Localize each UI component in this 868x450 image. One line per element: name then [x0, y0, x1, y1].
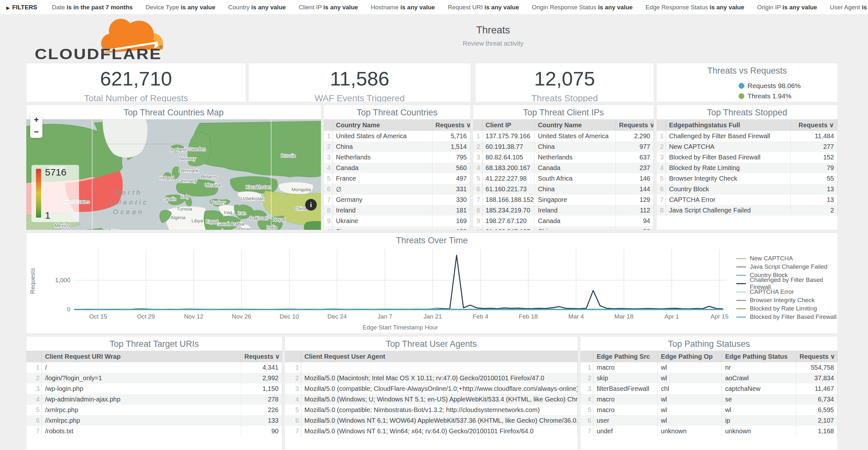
table-row[interactable]: 7188.166.188.152Singapore129	[473, 194, 654, 205]
table-row[interactable]: 1United States of America5,716	[324, 131, 470, 142]
table-row[interactable]: 9198.27.67.120Canada94	[473, 216, 654, 226]
table-row[interactable]: 3Netherlands795	[324, 152, 470, 163]
table-row[interactable]: 6Country Block13	[657, 184, 837, 194]
column-header[interactable]: Edge Pathing Status	[722, 351, 796, 362]
table-row[interactable]: 2Mozilla/5.0 (Macintosh; Intel Mac OS X …	[285, 373, 578, 384]
table-row[interactable]: 3/wp-login.php1,150	[26, 384, 282, 394]
table-row[interactable]: 2skipwlaoCrawl37,834	[581, 373, 837, 384]
table-row[interactable]: 1macrowlnr554,758	[581, 362, 837, 373]
table-row[interactable]: 661.160.221.73China144	[473, 184, 654, 194]
table-row[interactable]: 1137.175.79.166United States of America2…	[473, 131, 654, 142]
table-row[interactable]: 4Mozilla/5.0 (Windows; U; Windows NT 5.1…	[285, 394, 578, 405]
table-row[interactable]: 4Blocked by Rate Limiting79	[657, 163, 837, 173]
table-row[interactable]: 3Mozilla/5.0 (compatible; CloudFlare-Alw…	[285, 384, 578, 394]
table-row[interactable]: 1Challenged by Filter Based Firewall11,4…	[657, 131, 837, 142]
top-threats-stopped-table[interactable]: Edgepathingstatus FullRequests ∨1Challen…	[657, 119, 837, 216]
filter-item[interactable]: Date is in the past 7 months	[52, 4, 133, 10]
table-row[interactable]: 2/login/?login_only=12,992	[26, 373, 282, 384]
top-threat-target-uris-table[interactable]: Client Request URI WrapRequests ∨1/4,341…	[26, 351, 282, 437]
top-threat-user-agents-table[interactable]: Client Request User Agent12Mozilla/5.0 (…	[285, 351, 578, 437]
filters-toggle[interactable]: ▶FILTERS	[6, 4, 37, 11]
column-header[interactable]	[657, 119, 665, 131]
column-header[interactable]	[324, 119, 333, 131]
filter-item[interactable]: Client IP is any value	[299, 4, 358, 10]
table-row[interactable]: 2China1,514	[324, 142, 470, 152]
column-header[interactable]: Country Name	[333, 119, 432, 131]
column-header[interactable]: Client IP	[482, 119, 534, 131]
column-header[interactable]	[581, 351, 593, 362]
table-row[interactable]: 468.183.200.167Canada237	[473, 163, 654, 173]
legend-item[interactable]: New CAPTCHA	[736, 254, 837, 263]
table-row[interactable]: 5macrowlwl6,595	[581, 405, 837, 415]
svg-text:Apr 1: Apr 1	[664, 313, 679, 320]
table-row[interactable]: 7Germany330	[324, 194, 470, 205]
table-row[interactable]: 7Mozilla/5.0 (Windows NT 6.1; Win64; x64…	[285, 426, 578, 437]
table-row[interactable]: 4Canada560	[324, 163, 470, 173]
table-row[interactable]: 1/4,341	[26, 362, 282, 373]
table-row[interactable]: 3filterBasedFirewallchlcaptchaNew11,467	[581, 384, 837, 394]
table-row[interactable]: 7/robots.txt90	[26, 426, 282, 437]
legend-item[interactable]: Requests 98.06%	[739, 82, 801, 90]
table-row[interactable]: 5France497	[324, 173, 470, 184]
column-header[interactable]	[26, 351, 42, 362]
table-row[interactable]: 6//xmlrpc.php133	[26, 415, 282, 426]
filter-item[interactable]: Country is any value	[228, 4, 286, 10]
table-row[interactable]: 5/xmlrpc.php226	[26, 405, 282, 415]
filter-item[interactable]: User Agent is any value	[830, 4, 868, 10]
table-row[interactable]: 9Ukraine169	[324, 216, 470, 226]
table-row[interactable]: 6∅331	[324, 184, 470, 194]
column-header[interactable]: Country Name	[534, 119, 616, 131]
column-header[interactable]: Client Request User Agent	[301, 351, 577, 362]
column-header[interactable]: Requests ∨	[616, 119, 654, 131]
top-threat-client-ips-table[interactable]: Client IPCountry NameRequests ∨1137.175.…	[473, 119, 654, 230]
table-row[interactable]: 8185.234.219.70Ireland112	[473, 205, 654, 216]
table-row[interactable]: 5Mozilla/5.0 (compatible; Nimbostratus-B…	[285, 405, 578, 415]
column-header[interactable]: Edge Pathing Op	[658, 351, 722, 362]
filter-item[interactable]: Origin IP is any value	[757, 4, 817, 10]
column-header[interactable]: Requests ∨	[432, 119, 470, 131]
column-header[interactable]: Requests ∨	[790, 119, 837, 131]
table-row[interactable]: 7undefunknownunknown1,168	[581, 426, 837, 437]
table-row[interactable]: 8Ireland181	[324, 205, 470, 216]
legend-item[interactable]: Blocked by Filter Based Firewall	[736, 313, 837, 321]
legend-item[interactable]: Blocked by Rate Limiting	[736, 304, 837, 313]
legend-item[interactable]: Threats 1.94%	[739, 92, 801, 100]
column-header[interactable]	[285, 351, 301, 362]
column-header[interactable]	[473, 119, 482, 131]
filter-item[interactable]: Request URI is any value	[448, 4, 519, 10]
table-row[interactable]: 10Singapore158	[324, 226, 470, 230]
column-header[interactable]: Requests ∨	[241, 351, 282, 362]
column-header[interactable]: Client Request URI Wrap	[42, 351, 241, 362]
table-row[interactable]: 3Blocked by Filter Based Firewall152	[657, 152, 837, 163]
table-row[interactable]: 8Java Script Challenge Failed2	[657, 205, 837, 216]
threats-over-time-chart[interactable]: 01,000RequestsOct 15Oct 29Nov 12Nov 26De…	[26, 247, 838, 334]
column-header[interactable]: Edgepathingstatus Full	[665, 119, 790, 131]
filter-item[interactable]: Device Type is any value	[146, 4, 215, 10]
table-row[interactable]: 4macrowlse6,734	[581, 394, 837, 405]
legend-item[interactable]: Browser Integrity Check	[736, 296, 837, 304]
table-row[interactable]: 2New CAPTCHA277	[657, 142, 837, 152]
legend-item[interactable]: Java Script Challenge Failed	[736, 263, 837, 271]
table-row[interactable]: 1061.160.247.127China88	[473, 226, 654, 230]
filter-item[interactable]: Origin Response Status is any value	[532, 4, 633, 10]
table-row[interactable]: 1	[285, 362, 578, 373]
table-row[interactable]: 260.191.38.77China977	[473, 142, 654, 152]
table-row[interactable]: 4/wp-admin/admin-ajax.php278	[26, 394, 282, 405]
map-country-label: Germany	[177, 178, 197, 183]
filter-item[interactable]: Edge Response Status is any value	[645, 4, 744, 10]
legend-item[interactable]: Challenged by Filter Based Firewall	[736, 279, 837, 288]
filter-item[interactable]: Hostname is any value	[371, 4, 435, 10]
map-zoom-out-button[interactable]: −	[30, 126, 42, 138]
map-zoom-in-button[interactable]: +	[30, 114, 42, 126]
table-row[interactable]: 6Mozilla/5.0 (Windows NT 6.1; WOW64) App…	[285, 415, 578, 426]
map-info-icon[interactable]: i	[305, 199, 317, 211]
table-row[interactable]: 5Browser Integrity Check55	[657, 173, 837, 184]
table-row[interactable]: 541.222.227.98South Africa146	[473, 173, 654, 184]
top-pathing-statuses-table[interactable]: Edge Pathing SrcEdge Pathing OpEdge Path…	[581, 351, 837, 437]
table-row[interactable]: 7CAPTCHA Error13	[657, 194, 837, 205]
top-threat-countries-table[interactable]: Country NameRequests ∨1United States of …	[324, 119, 470, 230]
column-header[interactable]: Edge Pathing Src	[593, 351, 658, 362]
table-row[interactable]: 380.82.64.105Netherlands637	[473, 152, 654, 163]
column-header[interactable]: Requests ∨	[796, 351, 837, 362]
table-row[interactable]: 6userwlip2,107	[581, 415, 837, 426]
